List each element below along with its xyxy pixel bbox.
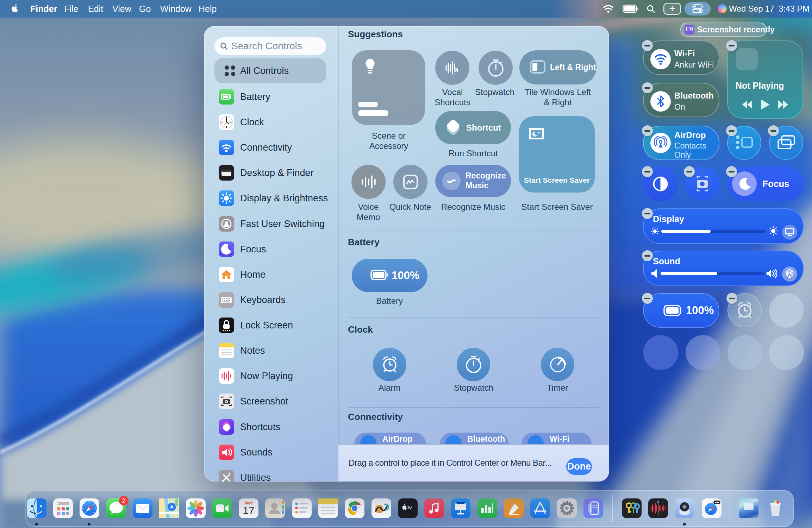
svg-text:tv: tv xyxy=(407,505,412,510)
